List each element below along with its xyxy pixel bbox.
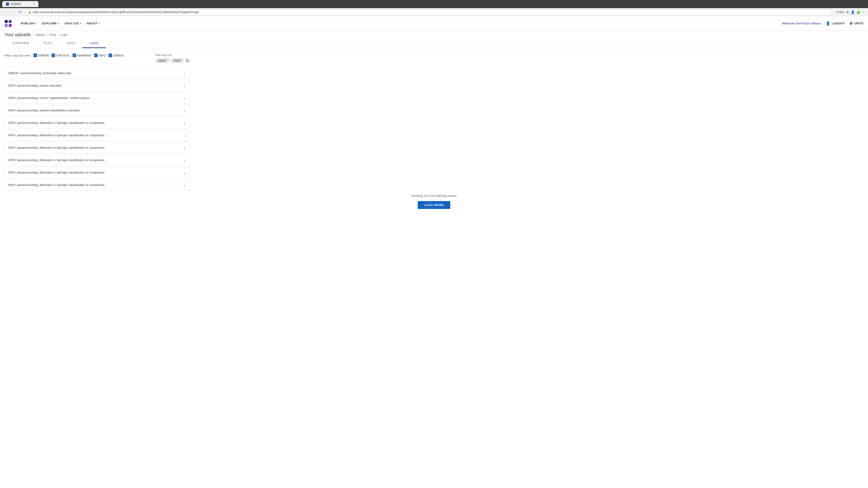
filter-critical-checkbox[interactable]: ✓ [52, 54, 55, 57]
log-entry-header[interactable]: INFO: parsers/exciting | Mismatch in Spr… [5, 118, 190, 128]
tabs-bar: OVERVIEW FILES DATA LOGS [0, 39, 868, 48]
browser-address-bar-row: ← → ↻ 🔒 https://nomad-lab.eu/prod/v1/gui… [0, 8, 868, 16]
log-entry: INFO: parsers/exciting | Mismatch in Spr… [4, 117, 190, 128]
settings-icon[interactable]: ⚙ [846, 10, 849, 14]
app-header: PUBLISH ▾ EXPLORE ▾ ANALYZE ▾ ABOUT ▾ We… [0, 16, 868, 31]
nav-analyze[interactable]: ANALYZE ▾ [64, 22, 81, 25]
filter-row: Filter Logs by Level: ✓ ERROR ✓ CRITICAL… [4, 54, 190, 63]
logo-dot-4 [8, 24, 12, 27]
header-right: Welcome Jose Pizarro Blanco 👤 LOGOUT ⚙ U… [782, 21, 864, 26]
browser-tab[interactable]: NOMAD ✕ [2, 1, 38, 7]
log-entry: INFO: parsers/exciting | system classifi… [4, 105, 190, 116]
log-entry-text: INFO: parsers/exciting | system classifi… [8, 109, 80, 112]
filter-keys-label: Filter keys by: [155, 54, 172, 57]
browser-chrome: NOMAD ✕ [0, 0, 868, 8]
log-entry-text: INFO: parsers/exciting | Mismatch in Spr… [8, 183, 104, 187]
filter-error[interactable]: ✓ ERROR [33, 54, 49, 57]
log-expand-icon: ⌄ [183, 133, 186, 137]
filter-debug[interactable]: ✓ DEBUG [108, 54, 124, 57]
tab-favicon [6, 2, 9, 6]
tab-logs[interactable]: LOGS [82, 39, 105, 48]
tab-close-button[interactable]: ✕ [33, 3, 35, 6]
explore-chevron: ▾ [58, 22, 59, 25]
nav-explore[interactable]: EXPLORE ▾ [42, 22, 59, 25]
breadcrumb-sep-1: / [33, 33, 33, 37]
menu-icon[interactable]: ⋮ [862, 10, 865, 14]
filter-key-event[interactable]: event [170, 58, 184, 63]
log-entry-text: INFO: parsers/exciting | chose "represen… [8, 96, 90, 100]
log-expand-icon: ⌄ [183, 84, 186, 88]
log-expand-icon: ⌄ [183, 71, 186, 75]
log-expand-icon: ⌄ [183, 170, 186, 175]
log-entry-header[interactable]: INFO: parsers/exciting | Mismatch in Spr… [5, 155, 190, 165]
filter-critical[interactable]: ✓ CRITICAL [52, 54, 70, 57]
analyze-chevron: ▾ [80, 22, 81, 25]
log-entry-header[interactable]: INFO: parsers/exciting | system classifi… [5, 105, 190, 116]
log-entry-text: INFO: parsers/exciting | Mismatch in Spr… [8, 158, 104, 162]
filter-keys-controls: parser event ▾ [155, 58, 190, 63]
logo-dot-1 [4, 20, 8, 23]
filter-debug-checkbox[interactable]: ✓ [108, 54, 112, 57]
forward-button[interactable]: → [10, 9, 16, 15]
filter-info[interactable]: ✓ INFO [94, 54, 106, 57]
showing-status: Showing 10 of 33 matching entries [4, 194, 864, 197]
logout-button[interactable]: 👤 LOGOUT [826, 21, 845, 26]
log-entry-header[interactable]: INFO: parsers/exciting | Mismatch in Spr… [5, 167, 190, 178]
filter-error-checkbox[interactable]: ✓ [33, 54, 37, 57]
log-entry: INFO: parsers/exciting | Mismatch in Spr… [4, 155, 190, 166]
breadcrumb-sep-3: / [58, 33, 59, 37]
log-entry-text: INFO: parsers/exciting | Mismatch in Spr… [8, 146, 104, 149]
log-expand-icon: ⌄ [183, 183, 186, 187]
filter-info-checkbox[interactable]: ✓ [94, 54, 98, 57]
log-entry-header[interactable]: INFO: parsers/exciting | chose "represen… [5, 93, 190, 103]
lock-icon: 🔒 [28, 11, 31, 14]
logo-dot-2 [8, 20, 12, 23]
log-entry-header[interactable]: INFO: parsers/exciting | Mismatch in Spr… [5, 180, 190, 190]
log-entry-header[interactable]: DEBUG: parsers/exciting | Executing cele… [5, 68, 190, 78]
filter-key-dropdown[interactable]: ▾ [185, 58, 190, 63]
filter-warning-checkbox[interactable]: ✓ [72, 54, 76, 57]
main-nav: PUBLISH ▾ EXPLORE ▾ ANALYZE ▾ ABOUT ▾ [21, 22, 782, 25]
breadcrumb-entry[interactable]: Entry [49, 33, 56, 36]
log-expand-icon: ⌄ [183, 108, 186, 112]
extensions-icon[interactable]: 🧩 [857, 10, 860, 14]
address-bar[interactable]: 🔒 https://nomad-lab.eu/prod/v1/gui/user/… [25, 9, 832, 15]
filter-warning-label: WARNING [77, 54, 91, 57]
log-entry: INFO: parsers/exciting | Mismatch in Spr… [4, 130, 190, 141]
logo-dot-3 [4, 24, 8, 27]
log-entry-text: INFO: parsers/exciting | parser executed [8, 84, 61, 87]
load-more-button[interactable]: LOAD MORE [418, 201, 450, 209]
breadcrumb-logs: Logs [61, 33, 67, 36]
filter-critical-label: CRITICAL [56, 54, 70, 57]
breadcrumb: Your uploads / Upload / Entry / Logs [0, 31, 868, 39]
page-title: Your uploads [4, 32, 31, 37]
log-entries-list: DEBUG: parsers/exciting | Executing cele… [4, 68, 190, 191]
filter-warning[interactable]: ✓ WARNING [72, 54, 91, 57]
app-logo[interactable] [4, 20, 13, 27]
nav-publish[interactable]: PUBLISH ▾ [21, 22, 37, 25]
log-entry: INFO: parsers/exciting | Mismatch in Spr… [4, 167, 190, 178]
log-entry-header[interactable]: INFO: parsers/exciting | Mismatch in Spr… [5, 130, 190, 140]
units-button[interactable]: ⚙ UNITS [849, 21, 864, 26]
about-chevron: ▾ [98, 22, 100, 25]
tab-data[interactable]: DATA [60, 39, 82, 48]
breadcrumb-upload[interactable]: Upload [35, 33, 44, 36]
log-entry-header[interactable]: INFO: parsers/exciting | Mismatch in Spr… [5, 142, 190, 153]
url-text: https://nomad-lab.eu/prod/v1/gui/user/up… [33, 11, 829, 14]
back-button[interactable]: ← [3, 9, 8, 15]
welcome-text: Welcome Jose Pizarro Blanco [782, 22, 821, 25]
account-icon[interactable]: 👤 [851, 10, 855, 14]
log-entry: INFO: parsers/exciting | Mismatch in Spr… [4, 180, 190, 191]
log-entry-text: DEBUG: parsers/exciting | Executing cele… [8, 71, 71, 75]
reload-button[interactable]: ↻ [18, 9, 23, 15]
browser-action-buttons: 278% ⚙ 👤 🧩 ⋮ [836, 10, 865, 14]
tab-files[interactable]: FILES [36, 39, 60, 48]
log-entry-header[interactable]: INFO: parsers/exciting | parser executed… [5, 80, 190, 91]
log-expand-icon: ⌄ [183, 158, 186, 162]
filter-key-parser[interactable]: parser [155, 58, 169, 63]
filter-keys-section: Filter keys by: parser event ▾ [155, 54, 190, 63]
filter-label: Filter Logs by Level: [4, 54, 31, 57]
nav-about[interactable]: ABOUT ▾ [86, 22, 99, 25]
breadcrumb-sep-2: / [46, 33, 48, 37]
tab-overview[interactable]: OVERVIEW [4, 39, 36, 48]
